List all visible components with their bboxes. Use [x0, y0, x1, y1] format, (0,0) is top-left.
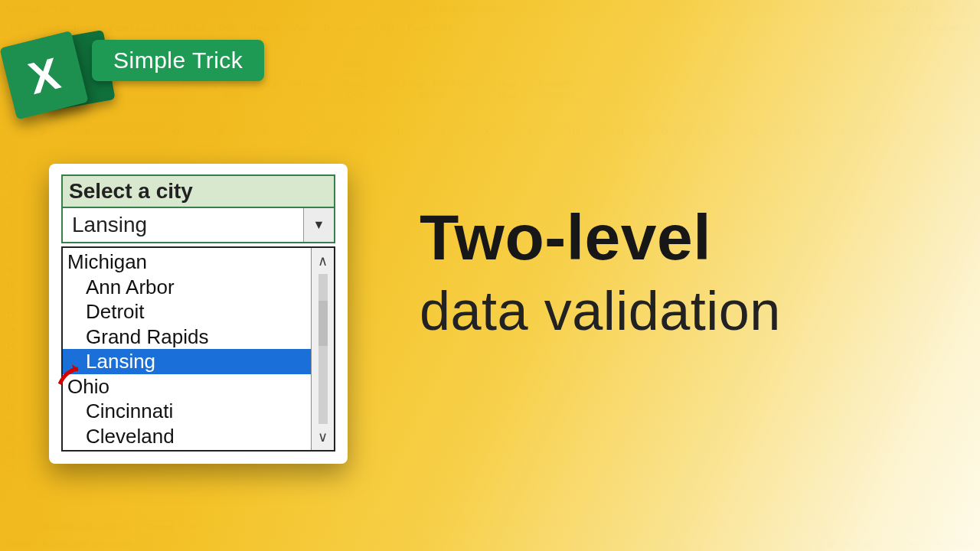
- scroll-down-icon[interactable]: ∨: [318, 429, 328, 445]
- excel-logo-letter: X: [24, 47, 65, 103]
- headline-line1: Two-level: [420, 201, 957, 275]
- data-validation-card: Select a city Lansing ▼ MichiganAnn Arbo…: [49, 164, 348, 464]
- dv-selected-value: Lansing: [63, 208, 303, 242]
- headline: Two-level data validation: [420, 201, 957, 342]
- dv-select[interactable]: Lansing ▼: [61, 207, 335, 243]
- dv-option[interactable]: Grand Rapids: [63, 324, 311, 350]
- dv-title: Select a city: [61, 174, 335, 207]
- scrollbar[interactable]: ∧ ∨: [311, 248, 334, 450]
- dv-group-label: Michigan: [63, 249, 311, 275]
- annotation-arrow-icon: [58, 360, 89, 390]
- headline-line2: data validation: [420, 279, 957, 342]
- simple-trick-badge: Simple Trick: [92, 40, 264, 81]
- dv-option[interactable]: Lansing: [63, 349, 311, 374]
- dv-option[interactable]: Cincinnati: [63, 399, 311, 424]
- scroll-thumb[interactable]: [318, 301, 328, 346]
- dv-option[interactable]: Ann Arbor: [63, 275, 311, 300]
- scroll-up-icon[interactable]: ∧: [318, 253, 328, 269]
- scroll-track[interactable]: [318, 274, 328, 424]
- chevron-down-icon: ▼: [313, 218, 325, 232]
- dv-option[interactable]: Cleveland: [63, 424, 311, 449]
- dv-dropdown-list[interactable]: MichiganAnn ArborDetroitGrand RapidsLans…: [61, 246, 335, 452]
- dv-option[interactable]: Detroit: [63, 299, 311, 324]
- dropdown-button[interactable]: ▼: [303, 208, 334, 242]
- dv-group-label: Ohio: [63, 374, 311, 399]
